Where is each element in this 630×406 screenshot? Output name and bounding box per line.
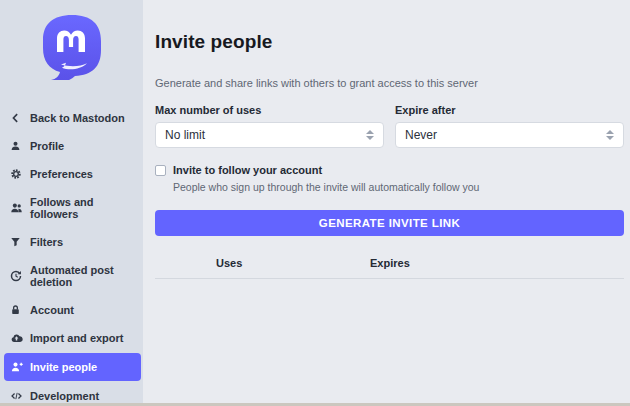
sidebar-item-label: Filters [30,236,63,248]
sidebar-item-label: Development [30,390,99,402]
invite-options-row: Max number of uses No limit Expire after… [155,104,624,148]
mastodon-settings-window: Back to Mastodon Profile Preferences Fol… [0,0,630,406]
invite-follow-checkbox[interactable] [155,165,166,176]
page-title: Invite people [155,31,624,53]
user-plus-icon [10,361,24,373]
expire-after-label: Expire after [395,104,624,116]
sidebar-item-profile[interactable]: Profile [0,132,141,160]
sidebar-item-label: Invite people [30,361,97,373]
invite-people-panel: Invite people Generate and share links w… [143,0,630,406]
max-uses-field: Max number of uses No limit [155,104,384,148]
invite-follow-row: Invite to follow your account [155,164,624,176]
chevron-left-icon [10,112,24,124]
sidebar-item-follows-and-followers[interactable]: Follows and followers [0,188,141,228]
users-icon [10,202,24,214]
select-spinner-icon [606,130,614,140]
sidebar-item-label: Back to Mastodon [30,112,125,124]
expire-after-value: Never [405,128,437,142]
history-icon [10,270,24,282]
select-spinner-icon [366,130,374,140]
code-icon [10,390,24,402]
invite-follow-label[interactable]: Invite to follow your account [173,164,322,176]
mastodon-logo[interactable] [0,14,143,80]
sidebar-item-label: Automated post deletion [30,264,131,288]
invites-table-header: Uses Expires [155,257,624,279]
sidebar-nav: Back to Mastodon Profile Preferences Fol… [0,104,143,406]
sidebar-item-invite-people[interactable]: Invite people [4,353,141,381]
sidebar-item-account[interactable]: Account [0,296,141,324]
uses-column-header: Uses [155,257,370,269]
max-uses-label: Max number of uses [155,104,384,116]
cloud-upload-icon [10,332,24,344]
gear-icon [10,168,24,180]
sidebar-item-label: Follows and followers [30,196,131,220]
page-subtitle: Generate and share links with others to … [155,77,624,89]
settings-sidebar: Back to Mastodon Profile Preferences Fol… [0,0,143,406]
user-icon [10,140,24,152]
sidebar-item-label: Import and export [30,332,124,344]
invites-table: Uses Expires [155,257,624,279]
expire-after-field: Expire after Never [395,104,624,148]
expires-column-header: Expires [370,257,624,269]
sidebar-item-label: Profile [30,140,64,152]
expire-after-select[interactable]: Never [395,122,624,148]
sidebar-item-back-to-mastodon[interactable]: Back to Mastodon [0,104,141,132]
sidebar-item-import-and-export[interactable]: Import and export [0,324,141,352]
generate-invite-link-button[interactable]: GENERATE INVITE LINK [155,210,624,236]
lock-icon [10,304,24,316]
filter-icon [10,236,24,248]
invite-follow-hint: People who sign up through the invite wi… [173,181,624,193]
sidebar-item-label: Preferences [30,168,93,180]
max-uses-value: No limit [165,128,205,142]
sidebar-item-filters[interactable]: Filters [0,228,141,256]
sidebar-item-label: Account [30,304,74,316]
max-uses-select[interactable]: No limit [155,122,384,148]
sidebar-item-preferences[interactable]: Preferences [0,160,141,188]
sidebar-item-automated-post-deletion[interactable]: Automated post deletion [0,256,141,296]
